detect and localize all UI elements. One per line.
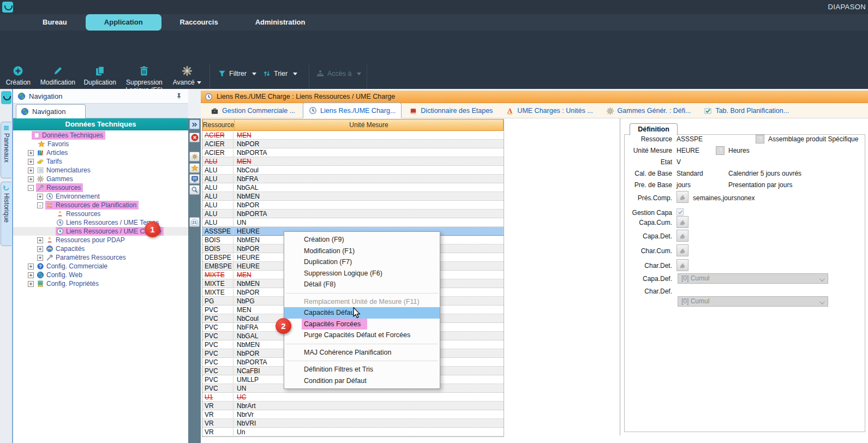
table-row[interactable]: ALU NbPORTA: [202, 209, 504, 218]
context-menu-item[interactable]: Modification (F1): [284, 246, 440, 257]
tree-item[interactable]: Liens Ressources / UME Temps: [13, 218, 188, 227]
document-tab[interactable]: Gestion Commerciale ...: [205, 104, 301, 118]
tree-expander[interactable]: +: [37, 194, 43, 200]
monitor-button[interactable]: [189, 174, 200, 184]
context-menu-item[interactable]: Capacités Défaut: [284, 307, 440, 319]
close-button[interactable]: [189, 133, 200, 142]
tree-expander[interactable]: +: [28, 176, 34, 182]
tree-item[interactable]: + Nomenclatures: [13, 166, 188, 175]
table-row[interactable]: ACIER NbPOR: [202, 140, 504, 148]
capa-cum-hand-button[interactable]: [677, 216, 689, 228]
context-menu-item[interactable]: Capacités Forcées: [284, 319, 440, 330]
tab-definition[interactable]: Définition: [630, 123, 678, 135]
tree-item[interactable]: Données Techniques: [13, 131, 188, 140]
help-button[interactable]: ?: [716, 146, 725, 155]
network-button[interactable]: [189, 152, 200, 161]
ribbon-tab[interactable]: Raccourcis: [161, 14, 237, 31]
tree-expander[interactable]: -: [37, 202, 43, 208]
table-row[interactable]: VR NbVRI: [202, 419, 504, 428]
tree-item[interactable]: - Ressources: [13, 183, 188, 192]
app-logo-icon-small[interactable]: [1, 91, 11, 104]
ribbon-tab[interactable]: Bureau: [24, 14, 86, 31]
tree-expander[interactable]: +: [28, 150, 34, 156]
tree-item[interactable]: + Config. Commerciale: [13, 262, 188, 271]
char-cum-hand-button[interactable]: [677, 244, 689, 256]
context-menu-item[interactable]: Suppression Logique (F6): [284, 268, 440, 279]
tree-expander[interactable]: +: [28, 167, 34, 173]
acces-a-button[interactable]: Accès à: [316, 70, 361, 77]
calendar-button[interactable]: [189, 217, 200, 227]
context-menu-item[interactable]: Création (F9): [284, 234, 440, 246]
document-tab[interactable]: Liens Res./UME Charg...: [303, 103, 402, 118]
tree-expander[interactable]: +: [28, 159, 34, 165]
pres-comp-hand-button[interactable]: [677, 191, 689, 203]
table-row[interactable]: ALU NbPOR: [202, 201, 504, 209]
tree-expander[interactable]: +: [37, 246, 43, 252]
table-row[interactable]: VR Un: [202, 428, 504, 436]
tree-item[interactable]: + Config. Propriétés: [13, 279, 188, 288]
table-row[interactable]: U1 UC: [202, 393, 504, 402]
tree-item[interactable]: + Capacités: [13, 244, 188, 253]
table-row[interactable]: VR NbrArt: [202, 402, 504, 410]
column-header-unite-mesure[interactable]: Unité Mesure: [235, 119, 503, 130]
help-button[interactable]: ?: [756, 135, 764, 143]
context-menu-item[interactable]: MAJ Cohérence Planification: [284, 347, 440, 358]
tree-item[interactable]: + Environnement: [13, 192, 188, 201]
tree-item[interactable]: - Ressources de Planification: [13, 201, 188, 209]
tab-navigation[interactable]: Navigation: [16, 104, 86, 118]
table-row[interactable]: ALU UN: [202, 218, 504, 227]
document-tab[interactable]: Gammes Génér. : Défi...: [601, 104, 697, 118]
tree-item[interactable]: Ressources: [13, 209, 188, 218]
char-def-dropdown[interactable]: [0] Cumul: [678, 296, 828, 307]
table-row[interactable]: ACIER NbPORTA: [202, 148, 504, 157]
search-button[interactable]: [189, 185, 200, 195]
tree-item[interactable]: + Paramètres Ressources: [13, 253, 188, 262]
panneaux-vertical-tab[interactable]: Panneaux: [1, 122, 11, 178]
pin-icon[interactable]: [175, 92, 183, 100]
tree-expander[interactable]: +: [37, 255, 43, 261]
document-tab[interactable]: UME Charges : Unités ...: [500, 104, 598, 118]
table-row[interactable]: VR NbrVr: [202, 410, 504, 419]
ribbon-tab[interactable]: Administration: [237, 14, 324, 31]
historique-vertical-tab[interactable]: Historique: [1, 182, 11, 246]
context-menu-item[interactable]: Détail (F8): [284, 279, 440, 290]
column-header-ressource[interactable]: Ressource: [203, 119, 235, 130]
char-det-hand-button[interactable]: [677, 259, 689, 271]
tree-expander[interactable]: +: [37, 237, 43, 243]
table-row[interactable]: ALU MEN: [202, 157, 504, 166]
context-menu-item[interactable]: Définition Filtres et Tris: [284, 364, 440, 375]
tree-item[interactable]: Liens Ressources / UME Charge: [13, 227, 188, 236]
ribbon-tab[interactable]: Application: [86, 14, 161, 31]
tree-expander[interactable]: -: [28, 185, 34, 191]
table-row[interactable]: ALU NbGAL: [202, 183, 504, 192]
tree-item[interactable]: + Gammes: [13, 175, 188, 183]
gestion-capa-checkbox[interactable]: [677, 208, 684, 215]
table-row[interactable]: ALU NbMEN: [202, 192, 504, 201]
capa-def-dropdown[interactable]: [0] Cumul: [678, 273, 828, 284]
capa-det-hand-button[interactable]: [677, 230, 689, 242]
table-row[interactable]: ALU NbCoul: [202, 166, 504, 175]
tree-item-icon: [32, 131, 40, 139]
table-row[interactable]: ACIER MEN: [202, 131, 504, 140]
tree-expander[interactable]: +: [28, 272, 34, 278]
tree-item[interactable]: + Articles: [13, 148, 188, 157]
trier-button[interactable]: Trier: [263, 70, 297, 77]
tree-expander[interactable]: +: [28, 264, 34, 270]
field-desc-cal-de-base: Calendrier 5 jours ouvrés: [728, 170, 801, 177]
table-row[interactable]: ALU NbFRA: [202, 175, 504, 183]
tree-item[interactable]: + Config. Web: [13, 271, 188, 279]
document-tab[interactable]: Tab. Bord Planification...: [698, 104, 794, 118]
tree-item[interactable]: + Ressources pour PDAP: [13, 236, 188, 244]
context-menu-item[interactable]: Duplication (F7): [284, 256, 440, 268]
tree-expander[interactable]: +: [28, 281, 34, 287]
context-menu-item[interactable]: Condition par Défaut: [284, 375, 440, 387]
hand-icon: [679, 193, 686, 201]
favorite-button[interactable]: [189, 163, 200, 173]
filtrer-button[interactable]: Filtrer: [218, 70, 256, 77]
context-menu-item[interactable]: Purge Capacités Défaut et Forcées: [284, 330, 440, 341]
context-menu-item[interactable]: Remplacement Unité de Mesure (F11): [284, 296, 440, 308]
tree-item[interactable]: Favoris: [13, 140, 188, 148]
document-tab[interactable]: Dictionnaire des Etapes: [404, 104, 498, 118]
collapse-panel-button[interactable]: [189, 119, 200, 129]
tree-item[interactable]: + Tarifs: [13, 157, 188, 166]
